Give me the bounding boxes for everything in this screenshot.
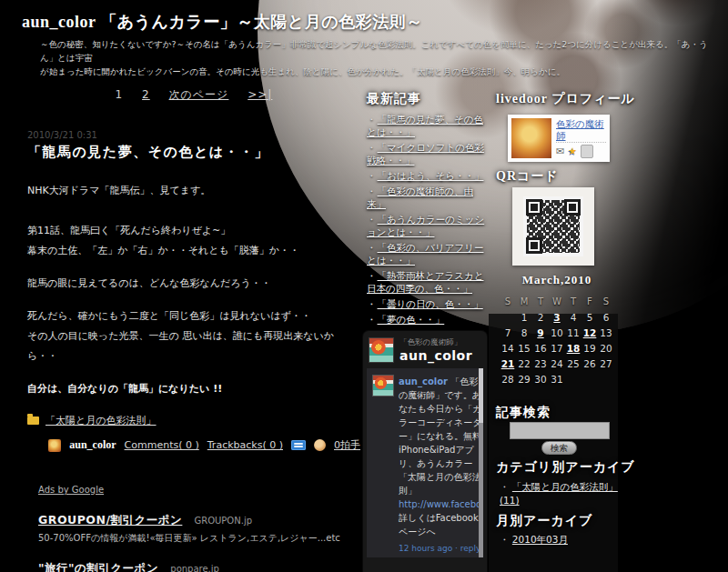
main-column: 1 2 次のページ >>| 2010/3/21 0:31 「龍馬の見た夢、その色… xyxy=(27,87,360,572)
pagination-next-link[interactable]: 次のページ xyxy=(169,88,229,101)
site-description-line2: が始まった時に開かれたビックバーンの音。その時に光も生まれ、陰と陽に、色が分かれ… xyxy=(40,65,721,78)
latest-post-link[interactable]: 「龍馬の見た夢、その色とは・・」 xyxy=(367,114,483,137)
list-item: 「曇りの日の、色・・」 xyxy=(367,297,486,310)
calendar-day: 15 xyxy=(516,343,532,358)
search-heading: 記事検索 xyxy=(496,405,551,421)
list-item: 「マイクロソフトの色彩戦略・・」 xyxy=(367,141,486,166)
ad-domain: ponpare.jp xyxy=(170,564,219,572)
ad-item: GROUPON/割引クーポン GROUPON.jp 50-70%OFFの情報が満… xyxy=(38,510,360,545)
qr-finder-pattern xyxy=(526,237,542,254)
scrollbar-thumb[interactable] xyxy=(479,368,483,423)
latest-post-link[interactable]: 「熱帯雨林とアラスカと日本の四季の、色・・」 xyxy=(367,270,483,294)
twitter-profile-avatar xyxy=(369,337,394,363)
calendar-day: 24 xyxy=(549,358,565,374)
calendar-day: 1 xyxy=(516,312,532,327)
twitter-profile-subtitle: 「色彩の魔術師」 xyxy=(399,337,472,348)
search-input[interactable] xyxy=(510,422,610,439)
profile-heading: livedoor プロフィール xyxy=(496,91,635,107)
ad-item: "旅行"の割引クーポン ponpare.jp "ポンパレ"なら、あの人気の旅行が… xyxy=(38,558,360,572)
calendar-day-headers: S M T W T F S xyxy=(500,296,614,306)
calendar-day: 13 xyxy=(598,327,614,343)
blog-page: aun_color 「あうんカラー」～太陽と月の色彩法則～ ～色の秘密、知りたく… xyxy=(0,0,728,572)
site-description-line1: ～色の秘密、知りたくないですか?～その名は「あうんカラー」非常識で超シンプルな色… xyxy=(40,37,721,65)
monthly-archive-link[interactable]: 2010年03月 xyxy=(512,534,568,545)
twitter-screen-name: aun_color xyxy=(399,348,472,363)
author-avatar xyxy=(48,439,61,452)
post-category-link[interactable]: 「太陽と月の色彩法則」 xyxy=(46,414,157,427)
calendar-empty-cell xyxy=(565,374,581,389)
site-description: ～色の秘密、知りたくないですか?～その名は「あうんカラー」非常識で超シンプルな色… xyxy=(40,37,721,78)
ad-domain: GROUPON.jp xyxy=(194,516,252,526)
comments-link[interactable]: Comments( 0 ) xyxy=(125,439,199,451)
calendar-day-link[interactable]: 3 xyxy=(553,312,560,323)
calendar-day: 19 xyxy=(581,343,598,358)
profile-avatar xyxy=(511,118,551,158)
latest-post-link[interactable]: 「色彩の魔術師の、由来」 xyxy=(367,186,473,209)
star-icon[interactable]: ★ xyxy=(568,146,577,156)
calendar-day: 7 xyxy=(500,327,516,343)
ads-by-google-link[interactable]: Ads by Google xyxy=(38,485,104,495)
calendar-title: March,2010 xyxy=(500,273,614,287)
calendar-day: 25 xyxy=(565,358,581,374)
post-paragraph: 龍馬の眼に見えてるのは、どんな色彩なんだろう・・ xyxy=(27,274,360,294)
pagination-last-link[interactable]: >>| xyxy=(248,88,272,101)
calendar-day: 23 xyxy=(532,358,549,374)
category-archive-link[interactable]: 「太陽と月の色彩法則」(11) xyxy=(500,481,618,506)
post-title: 「龍馬の見た夢、その色とは・・」 xyxy=(27,144,360,161)
calendar-day-link[interactable]: 21 xyxy=(501,358,515,369)
ad-title-link[interactable]: GROUPON/割引クーポン xyxy=(38,513,182,527)
list-item: 「熱帯雨林とアラスカと日本の四季の、色・・」 xyxy=(367,269,486,295)
calendar-day: 29 xyxy=(516,374,532,389)
tweet-meta-link[interactable]: 12 hours ago · reply xyxy=(399,542,483,556)
tweet-text: 「色彩の魔術師」です。あなたも今日から「カラーコーディネーター」になれる。無料i… xyxy=(399,376,481,496)
calendar-day-link[interactable]: 12 xyxy=(583,327,597,338)
calendar-day: 10 xyxy=(549,327,565,343)
calendar-day: 5 xyxy=(581,312,598,327)
calendar-day: 21 xyxy=(500,358,516,374)
latest-post-link[interactable]: 「色彩の、バリアフリーとは・・」 xyxy=(367,242,483,266)
calendar-day: 9 xyxy=(532,327,549,343)
calendar-day: 4 xyxy=(565,312,581,327)
twitter-scrollbar[interactable] xyxy=(479,368,483,557)
calendar-day-link[interactable]: 9 xyxy=(537,327,543,338)
qr-code-card xyxy=(512,187,594,266)
clap-icon[interactable] xyxy=(314,439,326,451)
search-button[interactable]: 検索 xyxy=(541,441,577,455)
calendar-empty-cell xyxy=(581,374,598,389)
trackbacks-link[interactable]: Trackbacks( 0 ) xyxy=(207,439,283,451)
post-date: 2010/3/21 0:31 xyxy=(27,130,360,140)
calendar-day: 14 xyxy=(500,343,516,358)
ad-title-link[interactable]: "旅行"の割引クーポン xyxy=(38,561,158,572)
mail-icon[interactable]: ✉ xyxy=(556,146,564,156)
calendar-day: 12 xyxy=(581,327,598,343)
twitter-timeline: aun_color 「色彩の魔術師」です。あなたも今日から「カラーコーディネータ… xyxy=(367,368,483,557)
profile-name-link[interactable]: 色彩の魔術師 xyxy=(556,118,606,142)
latest-post-link[interactable]: 「夢の色・・」 xyxy=(378,314,445,325)
post-paragraph: 第11話、龍馬曰く「死んだら終わりぜよ~」 xyxy=(27,221,360,241)
calendar-day: 17 xyxy=(549,343,565,358)
profile-card: 色彩の魔術師 ✉ ★ xyxy=(508,115,610,162)
latest-post-link[interactable]: 「おはよう、そら・・」 xyxy=(378,170,484,181)
calendar-day-link[interactable]: 18 xyxy=(567,343,581,354)
calendar-day: 30 xyxy=(532,374,549,389)
calendar-day-header: F xyxy=(581,296,598,306)
latest-post-link[interactable]: 「曇りの日の、色・・」 xyxy=(378,298,483,309)
site-title: aun_color 「あうんカラー」～太陽と月の色彩法則～ xyxy=(22,11,423,33)
tweet-url-link[interactable]: http://www.faceboo xyxy=(399,499,483,509)
pagination-page-2-link[interactable]: 2 xyxy=(142,88,150,101)
tweet-avatar xyxy=(372,375,394,396)
latest-posts-heading: 最新記事 xyxy=(367,91,421,107)
latest-post-link[interactable]: 「あうんカラーのミッションとは・・」 xyxy=(367,214,484,237)
calendar-empty-cell xyxy=(598,374,614,389)
tweet-user-link[interactable]: aun_color xyxy=(399,376,448,386)
profile-badge-icon[interactable] xyxy=(581,145,593,158)
list-item: 2010年03月 xyxy=(500,533,618,547)
calendar-day: 8 xyxy=(516,327,532,343)
clap-count-link[interactable]: 0拍手 xyxy=(334,438,360,452)
latest-post-link[interactable]: 「マイクロソフトの色彩戦略・・」 xyxy=(367,142,484,166)
clip-icon[interactable] xyxy=(291,440,306,450)
category-archive-heading: カテゴリ別アーカイブ xyxy=(496,459,635,476)
list-item: 「色彩の、バリアフリーとは・・」 xyxy=(367,241,486,266)
qr-finder-pattern xyxy=(564,199,581,216)
calendar-day-header: S xyxy=(500,296,516,306)
